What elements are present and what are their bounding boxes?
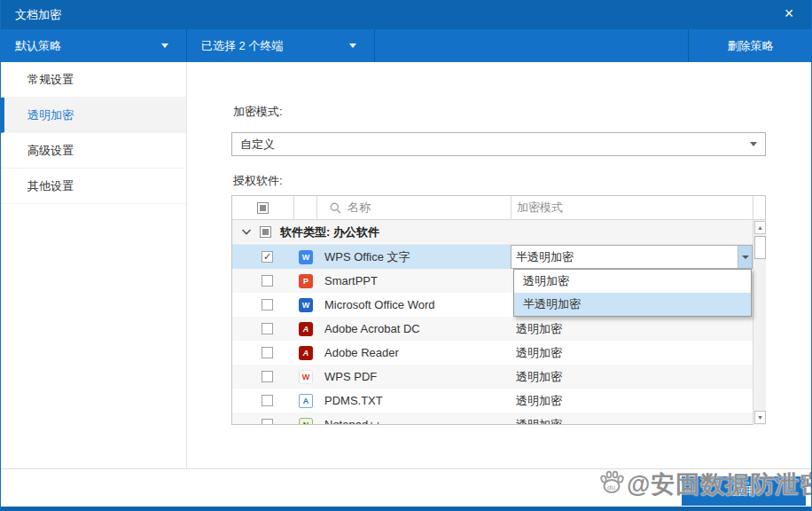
encryption-mode-select[interactable]: 自定义 bbox=[231, 132, 766, 156]
caret-down-icon bbox=[349, 43, 356, 48]
terminals-dropdown-label: 已选择 2 个终端 bbox=[201, 29, 283, 62]
sidebar-item-transparent-encryption[interactable]: 透明加密 bbox=[1, 98, 186, 133]
sidebar-item-advanced[interactable]: 高级设置 bbox=[1, 133, 186, 169]
table-row[interactable]: A PDMS.TXT 透明加密 bbox=[232, 389, 765, 413]
adobe-acrobat-icon: A bbox=[299, 322, 313, 336]
group-checkbox[interactable] bbox=[260, 226, 271, 238]
row-checkbox[interactable] bbox=[262, 299, 273, 311]
software-mode: 透明加密 bbox=[516, 393, 562, 409]
header-name-label: 名称 bbox=[347, 200, 371, 216]
settings-sidebar: 常规设置 透明加密 高级设置 其他设置 bbox=[1, 62, 187, 468]
policy-toolbar: 默认策略 已选择 2 个终端 删除策略 bbox=[1, 29, 811, 62]
chevron-down-icon[interactable] bbox=[241, 228, 252, 236]
table-row[interactable]: A Adobe Reader 透明加密 bbox=[232, 341, 765, 365]
sidebar-item-general[interactable]: 常规设置 bbox=[1, 62, 186, 98]
software-mode: 透明加密 bbox=[516, 345, 562, 361]
header-icon-cell bbox=[294, 196, 317, 219]
software-mode: 透明加密 bbox=[516, 321, 562, 337]
footer-divider bbox=[1, 468, 811, 469]
mode-dropdown-popup: 透明加密 半透明加密 bbox=[513, 269, 752, 317]
table-row[interactable]: ✓ W WPS Office 文字 半透明加密 bbox=[232, 245, 765, 269]
software-name: WPS Office 文字 bbox=[317, 249, 410, 265]
mode-editor-button[interactable] bbox=[738, 246, 752, 268]
document-encryption-dialog: 文档加密 × 默认策略 已选择 2 个终端 删除策略 常规设置 透明加密 高级设… bbox=[0, 0, 812, 511]
ms-word-icon: W bbox=[299, 298, 313, 312]
row-checkbox[interactable] bbox=[262, 419, 273, 425]
software-mode: 透明加密 bbox=[516, 417, 562, 426]
mode-editor-dropdown[interactable]: 半透明加密 bbox=[511, 245, 753, 269]
pdms-txt-icon: A bbox=[299, 394, 313, 408]
header-name-cell[interactable]: 名称 bbox=[317, 196, 511, 219]
authorized-software-label: 授权软件: bbox=[233, 173, 283, 189]
delete-policy-button[interactable]: 删除策略 bbox=[689, 29, 812, 62]
svg-text:du: du bbox=[607, 483, 615, 491]
header-select-all-cell bbox=[232, 196, 294, 219]
policy-dropdown-label: 默认策略 bbox=[15, 29, 61, 62]
software-name: SmartPPT bbox=[317, 274, 378, 287]
table-header-row: 名称 加密模式 bbox=[232, 196, 765, 220]
software-name: PDMS.TXT bbox=[317, 394, 383, 407]
window-bottom-border bbox=[1, 507, 811, 511]
software-name: WPS PDF bbox=[317, 370, 377, 383]
row-checkbox[interactable] bbox=[262, 275, 273, 287]
notepad-plus-plus-icon: N bbox=[299, 418, 313, 426]
table-row[interactable]: W WPS PDF 透明加密 bbox=[232, 365, 765, 389]
group-label: 软件类型: 办公软件 bbox=[280, 224, 379, 240]
row-checkbox[interactable] bbox=[262, 371, 273, 382]
header-scrollbar-pad bbox=[753, 196, 765, 219]
table-row[interactable]: A Adobe Acrobat DC 透明加密 bbox=[232, 317, 765, 341]
policy-dropdown[interactable]: 默认策略 bbox=[1, 29, 187, 62]
mode-option-semi-transparent[interactable]: 半透明加密 bbox=[514, 293, 751, 316]
scrollbar-thumb[interactable] bbox=[754, 236, 766, 259]
caret-down-icon bbox=[742, 256, 749, 259]
software-name: Adobe Acrobat DC bbox=[317, 322, 420, 335]
close-icon[interactable]: × bbox=[776, 0, 802, 29]
row-checkbox[interactable] bbox=[262, 323, 273, 334]
row-checkbox[interactable] bbox=[262, 395, 273, 406]
mode-editor-value: 半透明加密 bbox=[511, 249, 574, 265]
software-name: Adobe Reader bbox=[317, 346, 399, 359]
select-all-checkbox[interactable] bbox=[257, 202, 269, 214]
caret-down-icon bbox=[161, 43, 168, 48]
scroll-down-icon[interactable]: ▼ bbox=[754, 411, 766, 424]
adobe-reader-icon: A bbox=[299, 346, 313, 360]
dialog-title: 文档加密 bbox=[15, 0, 61, 29]
encryption-mode-label: 加密模式: bbox=[233, 104, 283, 120]
terminals-dropdown[interactable]: 已选择 2 个终端 bbox=[187, 29, 375, 62]
encryption-mode-value: 自定义 bbox=[240, 133, 275, 155]
table-scrollbar[interactable]: ▲ ▼ bbox=[753, 220, 766, 425]
apply-button[interactable]: 应用 bbox=[682, 476, 806, 506]
smartppt-icon: P bbox=[299, 274, 313, 288]
table-row[interactable]: N Notepad++ 透明加密 bbox=[232, 413, 765, 425]
title-bar: 文档加密 × bbox=[1, 0, 811, 29]
mode-option-transparent[interactable]: 透明加密 bbox=[514, 270, 751, 293]
software-mode: 透明加密 bbox=[516, 369, 562, 385]
caret-down-icon bbox=[750, 142, 757, 146]
header-mode-label: 加密模式 bbox=[517, 200, 563, 216]
paw-icon: du bbox=[597, 468, 627, 500]
scroll-up-icon[interactable]: ▲ bbox=[754, 221, 766, 234]
software-name: Microsoft Office Word bbox=[317, 298, 435, 311]
software-name: Notepad++ bbox=[317, 418, 381, 425]
row-checkbox[interactable]: ✓ bbox=[262, 251, 273, 263]
header-mode-cell[interactable]: 加密模式 bbox=[511, 196, 753, 219]
check-icon: ✓ bbox=[263, 252, 271, 262]
wps-writer-icon: W bbox=[299, 250, 313, 264]
software-group-row[interactable]: 软件类型: 办公软件 bbox=[232, 220, 765, 245]
search-icon bbox=[330, 202, 341, 214]
toolbar-spacer bbox=[375, 29, 689, 62]
sidebar-item-other[interactable]: 其他设置 bbox=[1, 169, 186, 204]
wps-pdf-icon: W bbox=[299, 370, 313, 384]
row-checkbox[interactable] bbox=[262, 347, 273, 358]
